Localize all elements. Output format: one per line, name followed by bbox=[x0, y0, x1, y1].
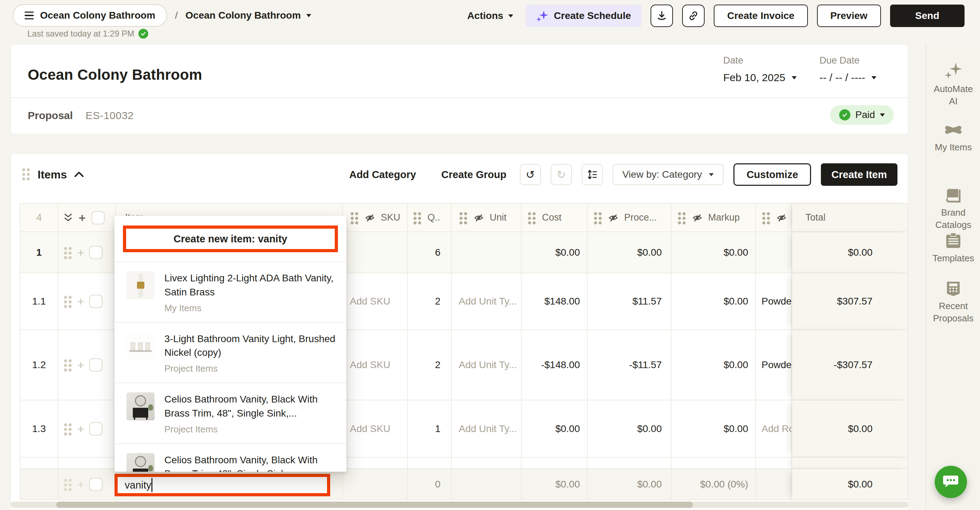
sidebar-item-recent-proposals[interactable]: Recent Proposals bbox=[926, 280, 980, 324]
customize-button[interactable]: Customize bbox=[733, 163, 811, 186]
sidebar-item-templates[interactable]: Templates bbox=[926, 232, 980, 264]
drag-handle-icon[interactable] bbox=[63, 422, 72, 435]
qty-cell[interactable]: 1 bbox=[408, 400, 452, 457]
right-sidebar: AutoMate AI My Items Brand Catalogs Temp… bbox=[925, 44, 980, 510]
markup-cell[interactable]: $0.00 (0%) bbox=[671, 469, 756, 499]
preview-button[interactable]: Preview bbox=[817, 5, 881, 27]
process-cell[interactable]: $0.00 bbox=[588, 469, 671, 499]
create-invoice-button[interactable]: Create Invoice bbox=[714, 5, 808, 27]
qty-cell[interactable]: 2 bbox=[408, 273, 452, 329]
drag-handle-icon[interactable] bbox=[21, 167, 30, 182]
cost-cell[interactable]: $0.00 bbox=[522, 232, 588, 273]
process-cell[interactable]: $0.00 bbox=[588, 232, 671, 273]
markup-cell[interactable]: $0.00 bbox=[671, 273, 756, 329]
col-total[interactable]: Total bbox=[805, 212, 826, 223]
drag-handle-icon[interactable] bbox=[593, 211, 602, 224]
room-cell[interactable]: Powder bbox=[756, 273, 792, 329]
add-category-button[interactable]: Add Category bbox=[346, 169, 419, 181]
drag-handle-icon[interactable] bbox=[527, 211, 536, 224]
add-row-icon[interactable]: + bbox=[77, 246, 84, 259]
drag-handle-icon[interactable] bbox=[63, 295, 72, 308]
row-checkbox[interactable] bbox=[89, 246, 103, 259]
download-button[interactable] bbox=[651, 5, 673, 27]
row-checkbox[interactable] bbox=[89, 422, 103, 435]
qty-cell[interactable]: 2 bbox=[408, 330, 452, 400]
create-schedule-button[interactable]: Create Schedule bbox=[526, 5, 641, 27]
qty-cell[interactable]: 6 bbox=[408, 232, 452, 273]
process-cell[interactable]: $0.00 bbox=[588, 400, 671, 457]
add-row-icon[interactable]: + bbox=[79, 212, 86, 224]
cost-cell[interactable]: $0.00 bbox=[522, 400, 588, 457]
collapse-all-icon[interactable] bbox=[63, 212, 73, 223]
row-checkbox[interactable] bbox=[89, 295, 103, 308]
drag-handle-icon[interactable] bbox=[350, 211, 359, 224]
undo-button[interactable]: ↺ bbox=[520, 164, 541, 185]
horizontal-scrollbar[interactable] bbox=[11, 502, 908, 508]
chat-launcher-button[interactable] bbox=[935, 466, 967, 498]
row-checkbox[interactable] bbox=[89, 358, 103, 372]
markup-cell[interactable]: $0.00 bbox=[671, 400, 756, 457]
drag-handle-icon[interactable] bbox=[677, 211, 686, 224]
drag-handle-icon[interactable] bbox=[413, 211, 422, 224]
col-unit[interactable]: Unit bbox=[490, 212, 506, 223]
add-row-icon[interactable]: + bbox=[77, 423, 84, 435]
saved-check-icon bbox=[138, 29, 148, 39]
date-value[interactable]: Feb 10, 2025 bbox=[723, 71, 797, 84]
add-row-icon[interactable]: + bbox=[77, 296, 84, 307]
unit-cell[interactable]: Add Unit Ty... bbox=[459, 296, 517, 307]
sku-cell[interactable]: Add SKU bbox=[350, 423, 390, 434]
suggestion-item[interactable]: Livex Lighting 2-Light ADA Bath Vanity, … bbox=[115, 262, 346, 323]
qty-cell[interactable]: 0 bbox=[408, 469, 452, 499]
unit-cell[interactable]: Add Unit Ty... bbox=[459, 359, 517, 370]
col-sku[interactable]: SKU bbox=[381, 212, 401, 223]
redo-button[interactable]: ↻ bbox=[551, 164, 572, 185]
items-section-header[interactable]: Items bbox=[21, 167, 84, 182]
drag-handle-icon[interactable] bbox=[762, 211, 771, 224]
col-process[interactable]: Proce... bbox=[624, 212, 657, 223]
copy-link-button[interactable] bbox=[682, 5, 705, 27]
markup-cell[interactable]: $0.00 bbox=[671, 232, 756, 273]
sidebar-item-my-items[interactable]: My Items bbox=[926, 122, 980, 154]
suggestion-item[interactable]: Celios Bathroom Vanity, Black With Brass… bbox=[115, 383, 346, 444]
room-cell[interactable]: Add Room bbox=[762, 423, 792, 434]
markup-cell[interactable]: $0.00 bbox=[671, 330, 756, 400]
send-button[interactable]: Send bbox=[890, 5, 964, 27]
actions-menu[interactable]: Actions bbox=[467, 10, 513, 21]
cost-cell[interactable]: $0.00 bbox=[522, 469, 588, 499]
sidebar-item-brand-catalogs[interactable]: Brand Catalogs bbox=[926, 187, 980, 231]
sidebar-item-automate-ai[interactable]: AutoMate AI bbox=[926, 61, 980, 108]
view-by-select[interactable]: View by: Category bbox=[612, 164, 724, 185]
cost-cell[interactable]: $148.00 bbox=[522, 273, 588, 329]
due-date-value[interactable]: -- / -- / ---- bbox=[819, 71, 877, 84]
drag-handle-icon[interactable] bbox=[63, 246, 72, 259]
document-crumb[interactable]: Ocean Colony Bathroom bbox=[186, 10, 311, 21]
add-row-icon[interactable]: + bbox=[77, 359, 84, 371]
suggestion-item[interactable]: 3-Light Bathroom Vanity Light, Brushed N… bbox=[115, 323, 346, 384]
sidebar-item-label: Brand Catalogs bbox=[932, 207, 975, 231]
item-source: Project Items bbox=[164, 424, 336, 435]
unit-cell[interactable]: Add Unit Ty... bbox=[459, 423, 517, 434]
chevron-up-icon[interactable] bbox=[74, 171, 84, 178]
row-height-button[interactable] bbox=[582, 164, 603, 185]
process-cell[interactable]: $11.57 bbox=[588, 273, 671, 329]
project-pill[interactable]: Ocean Colony Bathroom bbox=[13, 4, 167, 27]
drag-handle-icon[interactable] bbox=[459, 211, 468, 224]
sku-cell[interactable]: Add SKU bbox=[350, 296, 390, 307]
room-cell[interactable]: Powder bbox=[756, 330, 792, 400]
col-cost[interactable]: Cost bbox=[542, 212, 562, 223]
new-item-name-input[interactable]: vanity bbox=[115, 474, 330, 496]
create-item-button[interactable]: Create Item bbox=[821, 163, 897, 186]
drag-handle-icon[interactable] bbox=[63, 358, 72, 372]
cost-cell[interactable]: -$148.00 bbox=[522, 330, 588, 400]
suggestion-item[interactable]: Celios Bathroom Vanity, Black With Brass… bbox=[115, 444, 346, 472]
process-cell[interactable]: -$11.57 bbox=[588, 330, 671, 400]
sku-cell[interactable]: Add SKU bbox=[350, 359, 390, 370]
col-qty[interactable]: Q.. bbox=[428, 212, 440, 223]
create-new-item-option[interactable]: Create new item: vanity bbox=[123, 226, 338, 252]
create-group-button[interactable]: Create Group bbox=[438, 169, 510, 181]
row-checkbox[interactable] bbox=[89, 478, 103, 491]
col-markup[interactable]: Markup bbox=[708, 212, 740, 223]
scrollbar-thumb[interactable] bbox=[56, 502, 693, 508]
select-all-checkbox[interactable] bbox=[91, 211, 105, 224]
status-badge[interactable]: Paid bbox=[830, 105, 894, 125]
